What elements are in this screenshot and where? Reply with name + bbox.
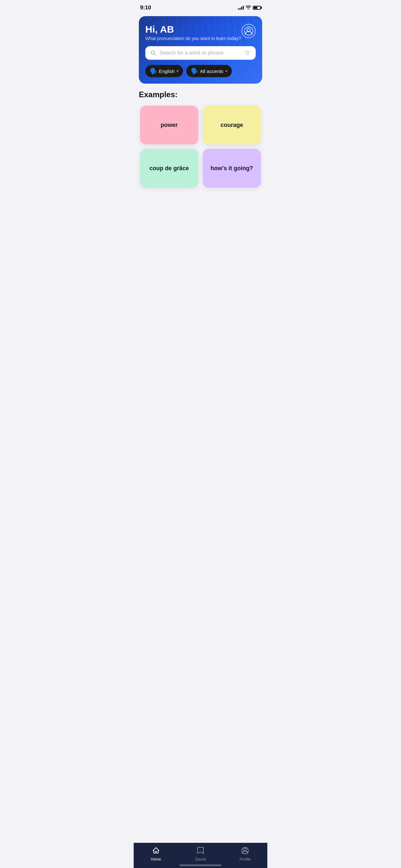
example-card-courage[interactable]: courage — [203, 105, 261, 144]
example-card-coup-de-grace[interactable]: coup de grâce — [140, 149, 198, 188]
examples-title: Examples: — [139, 90, 262, 99]
hero-title: Hi, AB — [145, 24, 241, 35]
examples-grid: powercouragecoup de grâcehow's it going? — [134, 105, 267, 188]
status-icons — [238, 5, 261, 10]
hero-card: Hi, AB What pronunciation do you want to… — [139, 16, 262, 84]
search-icon — [150, 50, 156, 56]
example-card-power[interactable]: power — [140, 105, 198, 144]
language-chevron: ▾ — [177, 69, 179, 73]
accent-emoji: 🗣️ — [191, 67, 198, 74]
language-selectors: 🗣️ English ▾ 🗣️ All accents ▾ — [145, 65, 256, 77]
battery-icon — [253, 6, 261, 10]
search-bar[interactable]: Search for a word or phrase — [145, 46, 256, 60]
search-placeholder: Search for a word or phrase — [159, 50, 242, 56]
language-emoji: 🗣️ — [150, 67, 157, 74]
signal-icon — [238, 6, 244, 10]
status-bar: 9:10 — [134, 0, 267, 13]
filter-icon[interactable] — [245, 51, 251, 55]
avatar[interactable] — [242, 24, 256, 38]
language-selector-button[interactable]: 🗣️ English ▾ — [145, 65, 183, 77]
status-time: 9:10 — [140, 4, 151, 11]
example-card-hows-it-going[interactable]: how's it going? — [203, 149, 261, 188]
accent-label: All accents — [200, 68, 223, 74]
language-label: English — [159, 68, 175, 74]
accent-chevron: ▾ — [225, 69, 227, 73]
accent-selector-button[interactable]: 🗣️ All accents ▾ — [186, 65, 232, 77]
wifi-icon — [246, 5, 251, 10]
hero-subtitle: What pronunciation do you want to learn … — [145, 36, 241, 41]
examples-section: Examples: — [134, 90, 267, 99]
hero-greeting: Hi, AB What pronunciation do you want to… — [145, 24, 241, 41]
